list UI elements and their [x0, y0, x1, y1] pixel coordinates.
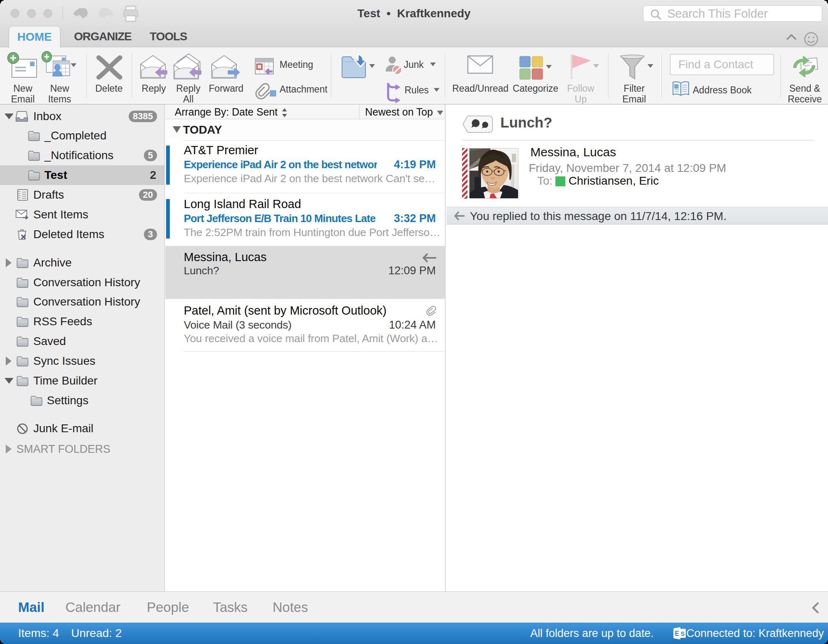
- svg-text:S: S: [681, 630, 685, 637]
- svg-text:E: E: [675, 630, 679, 637]
